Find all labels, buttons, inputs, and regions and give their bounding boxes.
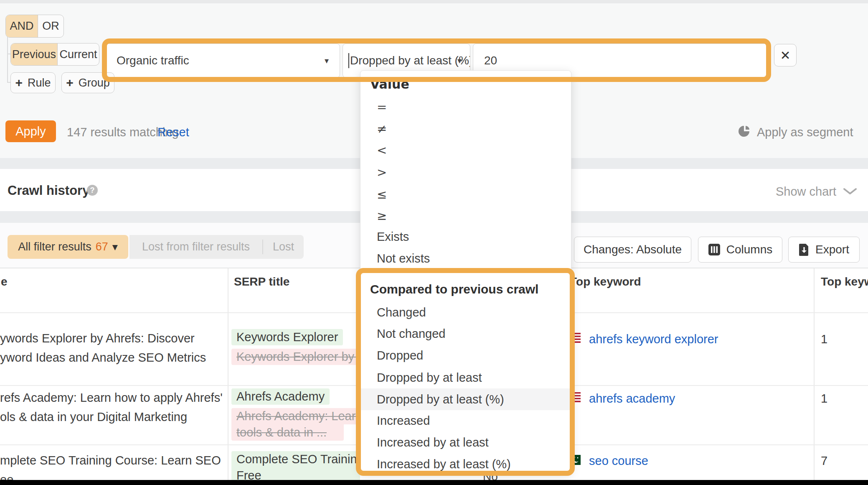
keyword-position-value: 7: [821, 454, 827, 468]
tree-connector-vertical: [7, 37, 8, 83]
operator-select-value: Dropped by at least (%): [343, 54, 470, 67]
help-icon[interactable]: ?: [87, 185, 98, 196]
menu-item-not-equals[interactable]: ≠: [360, 118, 571, 140]
scope-toggle-previous[interactable]: Previous: [11, 43, 57, 65]
export-button[interactable]: Export: [788, 237, 860, 263]
value-input-value: 20: [473, 54, 497, 67]
logic-toggle: AND OR: [5, 15, 64, 38]
tab-lost[interactable]: Lost: [263, 235, 304, 259]
menu-item-not-changed[interactable]: Not changed: [360, 323, 571, 345]
menu-item-equals[interactable]: =: [360, 96, 571, 118]
serp-title-previous: Ahrefs Academy: Learn tools & data in ..…: [231, 408, 360, 441]
menu-item-dropped-by-at-least-pct[interactable]: Dropped by at least (%): [360, 388, 571, 410]
menu-group-title-compared: Compared to previous crawl: [370, 282, 538, 296]
top-strip: [0, 0, 868, 3]
scope-toggle-current[interactable]: Current: [57, 43, 99, 65]
close-icon: ✕: [780, 48, 790, 63]
columns-button[interactable]: Columns: [698, 237, 782, 263]
serp-title-previous: Keywords Explorer by A: [231, 349, 360, 365]
page-title-cell: refs Academy: Learn how to apply Ahrefs'…: [0, 388, 223, 426]
viewport-edge-bar: [0, 480, 868, 485]
top-keyword-link[interactable]: ahrefs keyword explorer: [589, 332, 718, 346]
chevron-down-icon: ▾: [457, 56, 462, 66]
menu-item-exists[interactable]: Exists: [360, 226, 571, 248]
serp-title-current: Complete SEO Training C Free: [231, 451, 360, 484]
chevron-down-icon: ▾: [325, 56, 329, 66]
pie-chart-icon: [739, 125, 750, 139]
field-select[interactable]: Organic traffic ▾: [105, 43, 340, 78]
column-header-serp-title[interactable]: SERP title: [234, 275, 289, 288]
chevron-down-icon[interactable]: [843, 187, 857, 197]
menu-item-not-exists[interactable]: Not exists: [360, 248, 571, 269]
menu-item-greater-than[interactable]: >: [360, 161, 571, 183]
changes-mode-button[interactable]: Changes: Absolute: [574, 237, 691, 263]
add-group-label: Group: [79, 77, 110, 89]
tab-all-filter-results[interactable]: All filter results 67 ▼: [8, 235, 128, 259]
menu-item-dropped-by-at-least[interactable]: Dropped by at least: [360, 367, 571, 388]
column-divider: [228, 268, 228, 480]
column-divider: [814, 268, 815, 480]
tab-count: 67: [96, 240, 108, 253]
page-title-cell: ywords Explorer by Ahrefs: Discover ywor…: [0, 329, 206, 367]
menu-group-title-value: Value: [370, 77, 409, 92]
menu-item-increased[interactable]: Increased: [360, 410, 571, 431]
menu-item-increased-by-at-least-pct[interactable]: Increased by at least (%): [360, 453, 571, 475]
plus-icon: +: [15, 77, 23, 89]
columns-icon: [708, 243, 721, 256]
add-rule-label: Rule: [28, 77, 51, 89]
tab-lost-from-filter-results[interactable]: Lost from filter results: [129, 235, 262, 259]
tab-label: All filter results: [18, 240, 91, 253]
keyword-position-value: 1: [821, 332, 827, 346]
serp-title-current: Ahrefs Academy: [231, 388, 330, 405]
chevron-down-icon: ▼: [112, 243, 118, 251]
keyword-position-value: 1: [821, 392, 827, 406]
menu-item-increased-by-at-least[interactable]: Increased by at least: [360, 431, 571, 453]
tab-group-disabled: Lost from filter results Lost: [129, 235, 304, 259]
changes-mode-label: Changes: Absolute: [584, 243, 682, 256]
add-group-button[interactable]: + Group: [61, 72, 114, 93]
reset-link[interactable]: Reset: [157, 125, 189, 139]
operator-menu-content: Value = ≠ < > ≤ ≥ Exists Not exists Comp…: [360, 70, 571, 472]
export-icon: [799, 243, 810, 256]
top-keyword-link[interactable]: seo course: [589, 454, 648, 468]
column-header-top-keyword[interactable]: Top keyword: [570, 275, 641, 288]
scope-toggle: Previous Current: [10, 43, 99, 66]
columns-label: Columns: [726, 243, 772, 256]
apply-button[interactable]: Apply: [5, 120, 56, 142]
export-label: Export: [815, 243, 849, 256]
text-cursor: [348, 53, 349, 68]
logic-toggle-or[interactable]: OR: [38, 15, 63, 37]
menu-item-less-than[interactable]: <: [360, 139, 571, 161]
page-title: Crawl history: [8, 183, 89, 198]
menu-item-dropped[interactable]: Dropped: [360, 345, 571, 366]
add-rule-button[interactable]: + Rule: [10, 72, 56, 93]
menu-item-greater-or-equal[interactable]: ≥: [360, 205, 571, 227]
serp-title-current: Keywords Explorer: [231, 329, 343, 345]
plus-icon: +: [66, 77, 74, 89]
top-keyword-link[interactable]: ahrefs academy: [589, 392, 675, 406]
show-chart-button[interactable]: Show chart: [776, 185, 836, 199]
logic-toggle-and[interactable]: AND: [6, 15, 38, 37]
column-header-page-fragment[interactable]: e: [1, 275, 8, 288]
remove-rule-button[interactable]: ✕: [774, 44, 797, 66]
menu-item-changed[interactable]: Changed: [360, 301, 571, 323]
menu-item-less-or-equal[interactable]: ≤: [360, 184, 571, 205]
apply-as-segment-button[interactable]: Apply as segment: [757, 125, 853, 139]
field-select-value: Organic traffic: [106, 54, 189, 67]
column-header-top-keyword-2[interactable]: Top keyw: [821, 275, 868, 288]
crawl-history-page: AND OR Previous Current Organic traffic …: [0, 0, 868, 485]
